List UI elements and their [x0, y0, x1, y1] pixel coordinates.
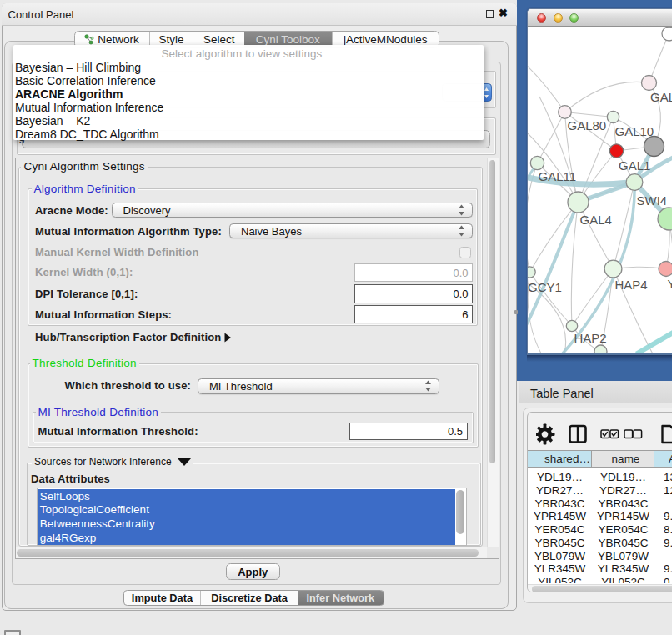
svg-text:HAP4: HAP4 [614, 278, 647, 292]
svg-text:GAL4: GAL4 [579, 212, 611, 226]
svg-text:Y: Y [667, 277, 672, 291]
svg-text:GAL2: GAL2 [650, 89, 672, 103]
svg-text:GAL80: GAL80 [567, 118, 606, 132]
svg-text:SWI4: SWI4 [636, 192, 667, 207]
svg-text:GAL1: GAL1 [619, 158, 650, 172]
svg-text:GAL11: GAL11 [538, 169, 576, 183]
svg-text:HAP2: HAP2 [574, 331, 606, 345]
svg-text:GAL10: GAL10 [614, 123, 654, 138]
svg-text:GCY1: GCY1 [528, 279, 562, 293]
